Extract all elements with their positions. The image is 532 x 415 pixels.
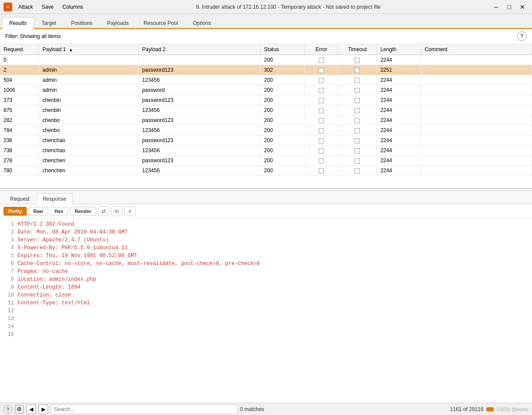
restore-button[interactable]: □ <box>503 2 515 12</box>
cell-error[interactable] <box>305 105 338 115</box>
minimize-button[interactable]: ─ <box>490 2 502 12</box>
tab-target[interactable]: Target <box>34 17 63 29</box>
cell-timeout[interactable] <box>338 65 377 75</box>
timeout-checkbox[interactable] <box>355 78 360 83</box>
attack-menu[interactable]: Attack <box>15 3 36 11</box>
filter-help-button[interactable]: ? <box>517 31 527 41</box>
timeout-checkbox[interactable] <box>355 168 360 174</box>
error-checkbox[interactable] <box>319 128 324 133</box>
newline-icon-button[interactable]: \n <box>111 206 122 216</box>
tab-resource-pool[interactable]: Resource Pool <box>136 17 185 29</box>
timeout-checkbox[interactable] <box>355 158 360 164</box>
cell-timeout[interactable] <box>338 156 377 166</box>
table-row[interactable]: 504 admin 123456 200 2244 <box>0 75 532 85</box>
tab-results[interactable]: Results <box>2 17 34 29</box>
statusbar-gear-button[interactable]: ⚙ <box>15 405 24 414</box>
timeout-checkbox[interactable] <box>355 108 360 113</box>
table-row[interactable]: 373 chenbin password123 200 2244 <box>0 95 532 105</box>
hex-button[interactable]: Hex <box>50 207 68 216</box>
error-checkbox[interactable] <box>319 108 324 113</box>
error-checkbox[interactable] <box>319 58 324 63</box>
columns-menu[interactable]: Columns <box>59 3 87 11</box>
error-checkbox[interactable] <box>319 88 324 93</box>
cell-error[interactable] <box>305 55 338 65</box>
nav-back-button[interactable]: ◀ <box>26 405 36 414</box>
table-row[interactable]: 0 200 2244 <box>0 55 532 65</box>
timeout-checkbox[interactable] <box>355 58 360 63</box>
table-row[interactable]: 738 chenchao 123456 200 2244 <box>0 146 532 156</box>
error-checkbox[interactable] <box>319 158 324 164</box>
error-checkbox[interactable] <box>319 148 324 153</box>
response-code-area[interactable]: 1HTTP/1.1 302 Found2Date: Mon, 08 Apr 20… <box>0 219 532 403</box>
cell-error[interactable] <box>305 166 338 176</box>
timeout-checkbox[interactable] <box>355 118 360 123</box>
pretty-button[interactable]: Pretty <box>3 207 27 216</box>
render-button[interactable]: Render <box>70 207 96 216</box>
cell-timeout[interactable] <box>338 95 377 105</box>
cell-error[interactable] <box>305 85 338 95</box>
cell-timeout[interactable] <box>338 166 377 176</box>
search-input[interactable] <box>51 405 237 414</box>
timeout-checkbox[interactable] <box>355 68 360 73</box>
cell-comment <box>421 75 532 85</box>
timeout-checkbox[interactable] <box>355 88 360 93</box>
error-checkbox[interactable] <box>319 138 324 143</box>
save-menu[interactable]: Save <box>38 3 57 11</box>
statusbar-help-button[interactable]: ? <box>3 405 12 414</box>
tab-positions[interactable]: Positions <box>63 17 100 29</box>
cell-timeout[interactable] <box>338 115 377 126</box>
error-checkbox[interactable] <box>319 118 324 123</box>
cell-timeout[interactable] <box>338 75 377 85</box>
tab-options[interactable]: Options <box>185 17 218 29</box>
cell-error[interactable] <box>305 115 338 126</box>
cell-timeout[interactable] <box>338 55 377 65</box>
subtab-request[interactable]: Request <box>3 193 36 204</box>
timeout-checkbox[interactable] <box>355 128 360 133</box>
error-checkbox[interactable] <box>319 98 324 103</box>
table-row[interactable]: 784 chenbo 123456 200 2244 <box>0 126 532 136</box>
cell-timeout[interactable] <box>338 146 377 156</box>
error-checkbox[interactable] <box>319 168 324 174</box>
table-row[interactable]: 278 chenchen password123 200 2244 <box>0 156 532 166</box>
error-checkbox[interactable] <box>319 68 324 73</box>
cell-timeout[interactable] <box>338 85 377 95</box>
col-header-payload1[interactable]: Payload 1 ▲ <box>39 44 139 55</box>
wrap-icon-button[interactable]: ⇄ <box>98 206 109 216</box>
col-header-status[interactable]: Status <box>261 44 305 55</box>
cell-error[interactable] <box>305 65 338 75</box>
close-button[interactable]: ✕ <box>516 2 529 12</box>
table-row[interactable]: 282 chenbo password123 200 2244 <box>0 115 532 126</box>
cell-error[interactable] <box>305 95 338 105</box>
cell-error[interactable] <box>305 126 338 136</box>
table-row[interactable]: 2 admin password123 302 2251 <box>0 65 532 75</box>
col-header-timeout[interactable]: Timeout <box>338 44 377 55</box>
table-row[interactable]: 780 chenchen 123456 200 2244 <box>0 166 532 176</box>
code-line: 4X-Powered-By: PHP/5.5.9-1ubuntu4.11 <box>3 244 529 252</box>
raw-button[interactable]: Raw <box>28 207 48 216</box>
tab-payloads[interactable]: Payloads <box>100 17 136 29</box>
nav-forward-button[interactable]: ▶ <box>38 405 48 414</box>
subtab-response[interactable]: Response <box>36 193 73 204</box>
cell-error[interactable] <box>305 156 338 166</box>
col-header-comment[interactable]: Comment <box>421 44 532 55</box>
cell-error[interactable] <box>305 146 338 156</box>
timeout-checkbox[interactable] <box>355 148 360 153</box>
table-row[interactable]: 1006 admin password 200 2244 <box>0 85 532 95</box>
table-row[interactable]: 875 chenbin 123456 200 2244 <box>0 105 532 115</box>
filter-text[interactable]: Filter: Showing all items <box>5 33 61 39</box>
menu-icon-button[interactable]: ≡ <box>124 206 136 216</box>
cell-timeout[interactable] <box>338 105 377 115</box>
timeout-checkbox[interactable] <box>355 98 360 103</box>
cell-timeout[interactable] <box>338 126 377 136</box>
cell-error[interactable] <box>305 75 338 85</box>
cell-timeout[interactable] <box>338 136 377 146</box>
cell-error[interactable] <box>305 136 338 146</box>
col-header-error[interactable]: Error <box>305 44 338 55</box>
col-header-payload2[interactable]: Payload 2 <box>139 44 261 55</box>
table-row[interactable]: 236 chenchao password123 200 2244 <box>0 136 532 146</box>
results-table-container[interactable]: Request Payload 1 ▲ Payload 2 Status Err… <box>0 44 532 188</box>
error-checkbox[interactable] <box>319 78 324 83</box>
col-header-request[interactable]: Request <box>0 44 39 55</box>
col-header-length[interactable]: Length <box>377 44 421 55</box>
timeout-checkbox[interactable] <box>355 138 360 143</box>
